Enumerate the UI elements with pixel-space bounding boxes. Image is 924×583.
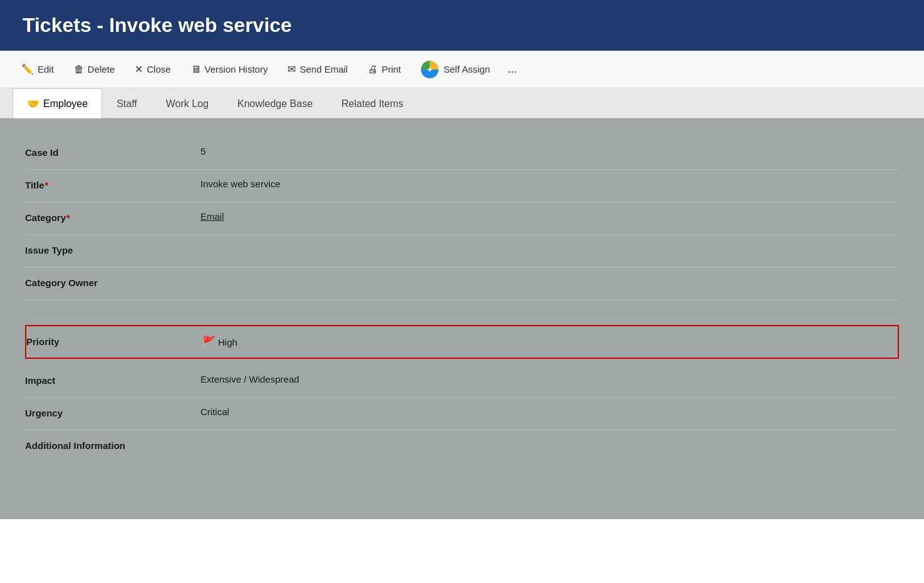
category-label: Category* xyxy=(25,211,200,223)
issue-type-row: Issue Type xyxy=(25,235,899,267)
case-id-label: Case Id xyxy=(25,146,200,158)
category-link[interactable]: Email xyxy=(200,211,224,222)
title-row: Title* Invoke web service xyxy=(25,170,899,202)
print-icon: 🖨 xyxy=(368,64,378,75)
priority-label: Priority xyxy=(26,335,202,347)
impact-value: Extensive / Widespread xyxy=(200,374,299,384)
delete-button[interactable]: 🗑 Delete xyxy=(65,59,123,80)
impact-label: Impact xyxy=(25,374,200,386)
category-row: Category* Email xyxy=(25,202,899,235)
form-content: Case Id 5 Title* Invoke web service Cate… xyxy=(0,118,924,519)
edit-button[interactable]: ✏️ Edit xyxy=(13,58,63,80)
spacer xyxy=(25,300,899,319)
issue-type-label: Issue Type xyxy=(25,244,200,255)
case-id-value: 5 xyxy=(200,146,205,157)
close-button[interactable]: ✕ Close xyxy=(126,58,179,80)
case-id-row: Case Id 5 xyxy=(25,137,899,170)
priority-row: Priority 🚩 High xyxy=(25,325,899,359)
tab-staff-label: Staff xyxy=(117,98,137,110)
title-value: Invoke web service xyxy=(200,178,281,189)
toolbar: ✏️ Edit 🗑 Delete ✕ Close 🖥 Version Histo… xyxy=(0,51,924,88)
close-icon: ✕ xyxy=(135,63,143,75)
priority-value: 🚩 High xyxy=(202,335,237,349)
impact-row: Impact Extensive / Widespread xyxy=(25,365,899,398)
version-history-icon: 🖥 xyxy=(191,64,201,75)
version-history-button[interactable]: 🖥 Version History xyxy=(182,59,277,80)
tab-worklog[interactable]: Work Log xyxy=(152,89,223,118)
urgency-row: Urgency Critical xyxy=(25,398,899,430)
edit-icon: ✏️ xyxy=(21,63,34,75)
urgency-label: Urgency xyxy=(25,406,200,418)
tab-knowledgebase[interactable]: Knowledge Base xyxy=(223,89,327,118)
page-header: Tickets - Invoke web service xyxy=(0,0,924,51)
delete-icon: 🗑 xyxy=(74,64,84,75)
employee-tab-icon: 🤝 xyxy=(27,98,39,110)
tab-employee-label: Employee xyxy=(43,98,88,110)
category-owner-label: Category Owner xyxy=(25,276,200,288)
print-button[interactable]: 🖨 Print xyxy=(359,59,410,80)
tab-relateditems-label: Related Items xyxy=(341,98,403,110)
priority-value-text: High xyxy=(218,337,237,348)
tab-employee[interactable]: 🤝 Employee xyxy=(13,88,102,118)
self-assign-button[interactable]: + Self Assign xyxy=(412,56,499,83)
category-owner-row: Category Owner xyxy=(25,267,899,300)
more-options-button[interactable]: ... xyxy=(501,58,523,81)
tabs-bar: 🤝 Employee Staff Work Log Knowledge Base… xyxy=(0,88,924,118)
additional-info-row: Additional Information xyxy=(25,430,899,463)
tab-staff[interactable]: Staff xyxy=(102,89,152,118)
send-email-button[interactable]: ✉ Send Email xyxy=(279,58,356,80)
send-email-icon: ✉ xyxy=(288,63,296,75)
title-label: Title* xyxy=(25,178,200,190)
priority-flag-icon: 🚩 xyxy=(202,335,215,349)
tab-knowledgebase-label: Knowledge Base xyxy=(237,98,313,110)
more-icon: ... xyxy=(507,63,517,75)
page-title: Tickets - Invoke web service xyxy=(23,14,901,37)
additional-info-label: Additional Information xyxy=(25,439,200,451)
self-assign-icon: + xyxy=(421,61,439,78)
tab-worklog-label: Work Log xyxy=(166,98,209,110)
tab-relateditems[interactable]: Related Items xyxy=(327,89,418,118)
urgency-value: Critical xyxy=(200,406,229,417)
category-value: Email xyxy=(200,211,224,222)
